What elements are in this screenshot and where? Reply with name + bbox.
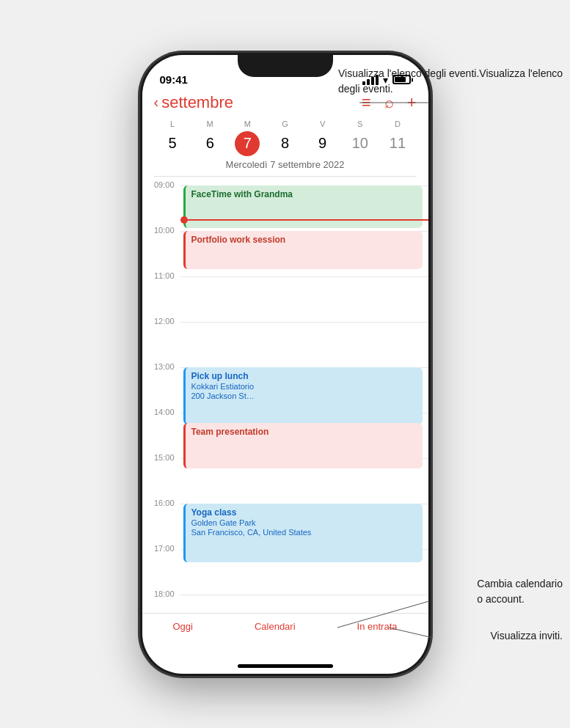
time-label: 17:00 — [142, 544, 180, 589]
day-letter: M — [244, 120, 251, 128]
status-time: 09:41 — [160, 73, 188, 86]
timeline[interactable]: 08:0009:0010:0011:0012:0013:0014:0015:00… — [142, 177, 428, 613]
day-letter: S — [357, 120, 362, 128]
current-time-indicator — [142, 216, 428, 224]
time-line-area — [180, 595, 428, 613]
phone-frame: 09:41 ▾ ‹ settembre ≡ ⌕ — [142, 55, 428, 674]
time-line-area — [180, 177, 428, 185]
battery-icon — [392, 75, 411, 84]
time-label: 18:00 — [142, 589, 180, 613]
event-title: Portfolio work session — [191, 235, 417, 245]
time-line-area — [180, 276, 428, 322]
day-col[interactable]: M7 — [231, 120, 263, 156]
event-title: Team presentation — [191, 427, 417, 437]
day-col[interactable]: S10 — [344, 120, 376, 156]
signal-icon — [362, 75, 379, 85]
home-indicator — [238, 664, 333, 668]
annotation-view-invites: Visualizza inviti. — [490, 628, 563, 644]
calendar-header: ‹ settembre ≡ ⌕ + L5M6M7G8V9S10D11 Merco… — [142, 90, 428, 177]
event-subtitle: 200 Jackson St… — [191, 391, 417, 400]
time-label: 13:00 — [142, 362, 180, 408]
notch — [238, 55, 333, 77]
day-number[interactable]: 9 — [310, 131, 335, 156]
day-number[interactable]: 6 — [197, 131, 222, 156]
time-label: 16:00 — [142, 499, 180, 544]
calendar-event[interactable]: Team presentation — [183, 423, 423, 468]
event-title: Yoga class — [191, 507, 417, 518]
tab-item[interactable]: Oggi — [172, 621, 192, 632]
time-slot: 18:00 — [142, 595, 428, 613]
calendar-event[interactable]: Portfolio work session — [183, 231, 423, 269]
status-icons: ▾ — [362, 74, 411, 86]
day-letter: L — [170, 120, 175, 128]
time-label: 11:00 — [142, 271, 180, 317]
event-subtitle: Kokkari Estiatorio — [191, 382, 417, 391]
annotation-change-calendar: Cambia calendarioo account. — [477, 576, 563, 607]
wifi-icon: ▾ — [383, 74, 388, 86]
event-subtitle: San Francisco, CA, United States — [191, 528, 417, 537]
day-letter: G — [282, 120, 288, 128]
time-line-area — [180, 322, 428, 367]
date-subtitle: Mercoledì 7 settembre 2022 — [154, 159, 417, 177]
event-title: FaceTime with Grandma — [191, 189, 417, 199]
month-title[interactable]: settembre — [161, 93, 233, 112]
time-label: 10:00 — [142, 226, 180, 271]
time-label: 12:00 — [142, 317, 180, 362]
calendar-event[interactable]: Yoga classGolden Gate ParkSan Francisco,… — [183, 504, 423, 562]
day-number[interactable]: 10 — [348, 131, 373, 156]
day-col[interactable]: G8 — [268, 120, 301, 156]
day-col[interactable]: D11 — [381, 120, 414, 156]
day-number[interactable]: 11 — [385, 131, 410, 156]
time-slot: 08:00 — [142, 177, 428, 185]
day-letter: M — [207, 120, 213, 128]
day-letter: D — [395, 120, 401, 128]
time-label: 14:00 — [142, 408, 180, 453]
calendar-event[interactable]: Pick up lunchKokkari Estiatorio200 Jacks… — [183, 367, 423, 424]
back-arrow-icon[interactable]: ‹ — [154, 94, 159, 111]
day-letter: V — [320, 120, 325, 128]
tab-item[interactable]: In entrata — [357, 621, 398, 632]
day-col[interactable]: L5 — [156, 120, 189, 156]
event-subtitle: Golden Gate Park — [191, 518, 417, 527]
day-number[interactable]: 8 — [272, 131, 297, 156]
month-nav[interactable]: ‹ settembre — [154, 93, 234, 112]
time-label: 15:00 — [142, 453, 180, 499]
event-title: Pick up lunch — [191, 371, 417, 381]
day-col[interactable]: V9 — [307, 120, 339, 156]
tab-item[interactable]: Calendari — [255, 621, 296, 632]
day-number[interactable]: 5 — [160, 131, 185, 156]
day-col[interactable]: M6 — [194, 120, 226, 156]
time-slot: 12:00 — [142, 322, 428, 367]
day-number[interactable]: 7 — [235, 131, 260, 156]
time-slot: 11:00 — [142, 276, 428, 322]
week-strip: L5M6M7G8V9S10D11 — [154, 120, 417, 156]
